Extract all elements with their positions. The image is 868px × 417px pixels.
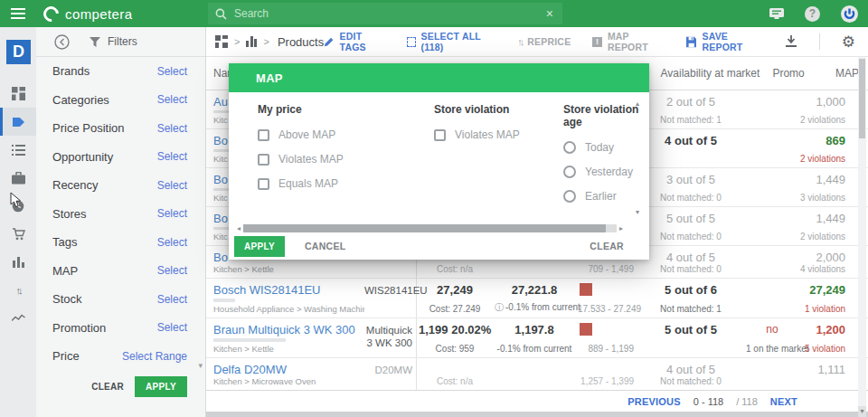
map-value: 1,449 (800, 212, 845, 225)
scrollbar-thumb[interactable] (243, 224, 606, 232)
help-icon[interactable]: ? (805, 6, 820, 22)
col-header-promo[interactable]: Promo (761, 67, 816, 80)
product-category: Kitchen > Kettle (213, 264, 361, 274)
product-link[interactable]: Delfa D20MW (213, 363, 361, 376)
report-breadcrumb-icon[interactable] (246, 36, 257, 47)
current-price: 27,249 (419, 283, 491, 297)
filter-select-link[interactable]: Select (157, 150, 187, 163)
edit-tags-button[interactable]: EDIT TAGS (324, 31, 384, 52)
filter-select-link[interactable]: Select (157, 93, 187, 106)
filter-select-link[interactable]: Select (157, 207, 187, 220)
panel-scroll-down-icon[interactable]: ▾ (198, 361, 203, 370)
redacted-text (213, 299, 235, 302)
scroll-down-icon[interactable]: ▾ (633, 208, 642, 216)
map-value: 869 (800, 134, 845, 147)
table-row[interactable]: Braun Multiquick 3 WK 300Kitchen > Kettl… (206, 318, 868, 358)
radio-yesterday[interactable] (563, 166, 576, 178)
download-icon[interactable] (785, 35, 797, 48)
modal-cancel-button[interactable]: CANCEL (305, 241, 346, 251)
availability-value: 5 out of 5 (639, 323, 742, 336)
power-icon[interactable] (840, 5, 859, 24)
reprice-button[interactable]: ↑↓ REPRICE (517, 36, 571, 47)
checkbox-equals-map[interactable] (258, 178, 269, 190)
product-link[interactable]: Braun Multiquick 3 WK 300 (213, 323, 361, 336)
info-icon[interactable]: ⓘ (495, 302, 504, 312)
filter-select-link[interactable]: Select (157, 122, 187, 135)
scroll-left-icon[interactable]: ◂ (234, 224, 243, 232)
modal-apply-button[interactable]: APPLY (234, 236, 285, 257)
filter-label: Stores (52, 207, 87, 221)
violations: 1 violation (800, 304, 845, 314)
scroll-up-icon[interactable]: ▴ (633, 100, 642, 108)
modal-horizontal-scrollbar[interactable]: ◂ ▸ (234, 223, 626, 232)
current-price: 1,199 (419, 323, 448, 336)
next-page-button[interactable]: NEXT (770, 396, 797, 407)
table-row[interactable]: Bosch WIS28141EUHousehold Appliance > Wa… (206, 279, 868, 318)
radio-today[interactable] (563, 141, 576, 154)
radio-earlier[interactable] (563, 190, 576, 203)
bar-chart-icon[interactable] (0, 248, 36, 276)
filter-row-stores: Stores Select (36, 200, 205, 229)
option-label: Violates MAP (455, 128, 520, 141)
col-header-availability[interactable]: Availability at market (659, 67, 762, 81)
previous-page-button[interactable]: PREVIOUS (627, 396, 680, 407)
scrollbar-down-icon[interactable]: ▾ (858, 406, 866, 417)
settings-gear-icon[interactable]: ⚙ (842, 34, 855, 50)
map-report-button[interactable]: ! MAP REPORT (592, 31, 665, 52)
product-category: Kitchen > Kettle (213, 344, 361, 354)
filter-row-categories: Categories Select (36, 86, 205, 115)
filter-select-link[interactable]: Select (157, 236, 187, 249)
toolbar: > > Products EDIT TAGS SELECT ALL (118) … (206, 27, 868, 57)
checkbox-above-map[interactable] (258, 129, 269, 141)
filters-clear-button[interactable]: CLEAR (91, 382, 124, 392)
filter-row-stock: Stock Select (36, 285, 205, 314)
scroll-right-icon[interactable]: ▸ (617, 224, 626, 232)
filter-select-link[interactable]: Select (157, 321, 187, 334)
filter-select-link[interactable]: Select (157, 179, 187, 192)
search-input[interactable] (234, 7, 544, 20)
price-indicator-square (580, 283, 592, 296)
recency-clock-icon[interactable] (0, 192, 36, 220)
breadcrumb-separator: > (234, 36, 240, 47)
back-icon[interactable] (54, 34, 70, 50)
dashboard-icon[interactable] (0, 80, 36, 108)
trend-line-icon[interactable] (0, 304, 36, 332)
search-clear-icon[interactable]: × (544, 6, 555, 21)
filter-select-range-link[interactable]: Select Range (122, 350, 187, 363)
briefcase-icon[interactable] (0, 164, 36, 192)
products-tag-icon[interactable] (0, 108, 36, 136)
checkbox-violates-map[interactable] (258, 154, 269, 166)
modal-vertical-scrollbar[interactable]: ▴ ▾ (633, 100, 642, 216)
main-scrollbar[interactable]: ▾ (858, 57, 866, 417)
feedback-icon[interactable] (769, 7, 785, 21)
hamburger-menu-icon[interactable] (0, 0, 36, 27)
filter-label: Categories (52, 93, 109, 107)
competera-logo: competera (43, 6, 132, 22)
modal-clear-button[interactable]: CLEAR (590, 241, 624, 251)
dashboard-breadcrumb-icon[interactable] (215, 35, 228, 48)
filter-label: Promotion (52, 321, 106, 335)
funnel-icon (90, 37, 100, 47)
modal-title: MAP (256, 71, 283, 85)
workspace-avatar[interactable]: D (6, 40, 31, 64)
breadcrumb-current[interactable]: Products (278, 35, 324, 49)
filter-select-link[interactable]: Select (157, 264, 187, 277)
save-report-button[interactable]: SAVE REPORT (686, 31, 763, 52)
cost: Cost: n/a (419, 264, 491, 274)
filter-select-link[interactable]: Select (157, 293, 187, 306)
pagination: PREVIOUS 0 - 118 / 118 NEXT (206, 391, 868, 412)
select-all-button[interactable]: SELECT ALL (118) (407, 31, 496, 52)
redacted-text (213, 149, 230, 152)
price-delta: -0.1% from current (505, 302, 580, 312)
filter-select-link[interactable]: Select (157, 65, 187, 78)
product-link[interactable]: Bosch WIS28141EU (213, 283, 361, 297)
list-icon[interactable] (0, 136, 36, 164)
checkbox-store-violates-map[interactable] (434, 129, 446, 141)
filters-apply-button[interactable]: APPLY (135, 376, 187, 397)
violations: 2 violations (800, 232, 845, 242)
reprice-arrows-icon[interactable]: ↑↓ (0, 276, 36, 304)
scrollbar-thumb[interactable] (859, 59, 865, 138)
table-row[interactable]: Delfa D20MWKitchen > Microwave Oven D20M… (206, 358, 868, 391)
cart-icon[interactable] (0, 220, 36, 248)
search-bar[interactable]: × (208, 3, 562, 24)
